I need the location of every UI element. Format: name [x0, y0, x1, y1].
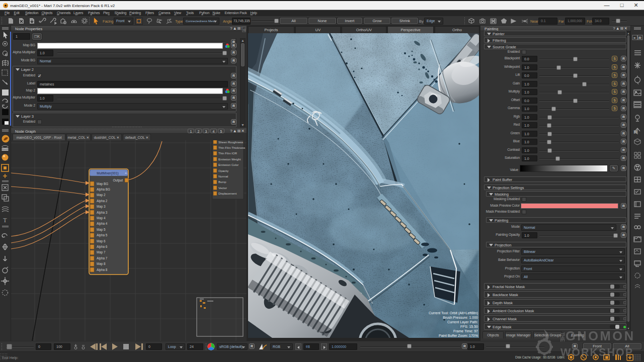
- svg-text:Thin Film Thickness: Thin Film Thickness: [218, 146, 245, 149]
- svg-text:Alpha 5: Alpha 5: [97, 233, 108, 237]
- svg-text:Alpha 6: Alpha 6: [97, 245, 108, 249]
- svg-text:THE: THE: [559, 332, 565, 342]
- svg-text:Alpha 8: Alpha 8: [97, 268, 108, 272]
- svg-text:MultMixer(001): MultMixer(001): [97, 171, 118, 175]
- svg-text:Paint Buffer Zoom: 170%: Paint Buffer Zoom: 170%: [439, 334, 478, 337]
- svg-text:Map 3: Map 3: [97, 205, 106, 209]
- svg-text:Thin Film IOR: Thin Film IOR: [218, 152, 237, 155]
- svg-text:Alpha 4: Alpha 4: [97, 222, 108, 226]
- svg-text:Emission Weight: Emission Weight: [218, 158, 241, 161]
- svg-text:Frame Time: 97: Frame Time: 97: [453, 329, 478, 333]
- svg-text:Current Tool: Orbit (Alt+LeftB: Current Tool: Orbit (Alt+LeftBtn): [429, 311, 478, 315]
- svg-text:Alpha 7: Alpha 7: [97, 256, 108, 260]
- svg-text:Output: Output: [113, 178, 123, 183]
- svg-text:Normal: Normal: [218, 175, 228, 178]
- svg-text:Map 2: Map 2: [97, 193, 106, 197]
- svg-text:N: N: [634, 130, 637, 134]
- svg-text:Sheen Roughness: Sheen Roughness: [218, 141, 243, 144]
- svg-text:Emission Color: Emission Color: [218, 163, 238, 166]
- svg-text:Vector: Vector: [218, 187, 227, 190]
- svg-text:Alpha 3: Alpha 3: [97, 211, 108, 215]
- svg-text:Map 7: Map 7: [97, 250, 106, 254]
- svg-text:Alpha BG: Alpha BG: [97, 188, 110, 192]
- svg-text:Displacement: Displacement: [218, 192, 237, 195]
- svg-text:WORKSHOP: WORKSHOP: [560, 346, 633, 358]
- svg-text:Map 8: Map 8: [97, 262, 106, 266]
- svg-text:Brush Pressure: 1.000: Brush Pressure: 1.000: [443, 316, 478, 319]
- svg-text:FPS: 15.50: FPS: 15.50: [460, 325, 478, 328]
- svg-text:+: +: [125, 171, 127, 175]
- svg-text:Map 4: Map 4: [97, 216, 106, 220]
- svg-text:Alpha 2: Alpha 2: [97, 199, 108, 203]
- svg-text:Map 6: Map 6: [97, 239, 106, 243]
- svg-text:Map 5: Map 5: [97, 228, 106, 232]
- svg-text:Map BG: Map BG: [97, 182, 108, 186]
- svg-text:T: T: [3, 217, 7, 224]
- svg-text:Bump: Bump: [218, 180, 226, 184]
- svg-text:Opacity: Opacity: [218, 169, 228, 172]
- svg-text:GNOMON: GNOMON: [566, 329, 635, 343]
- svg-text:Current Layer Path:: Current Layer Path:: [447, 320, 478, 324]
